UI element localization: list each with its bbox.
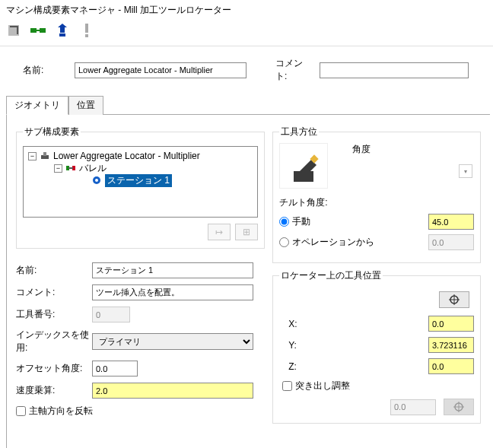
toolbar-icon-2[interactable] bbox=[30, 23, 46, 38]
tree-root-label: Lower Aggregate Locator - Multiplier bbox=[53, 151, 200, 161]
y-label: Y: bbox=[288, 340, 310, 351]
tilt-angle-label: チルト角度: bbox=[279, 196, 474, 209]
station-name-label: 名前: bbox=[16, 264, 92, 277]
index-select[interactable]: プライマリ bbox=[92, 333, 253, 350]
header-row: 名前: コメント: bbox=[0, 57, 493, 95]
protrusion-pick-button bbox=[444, 399, 474, 415]
tabs: ジオメトリ 位置 サブ構成要素 − Lower Aggregate Locato… bbox=[6, 95, 493, 448]
svg-rect-6 bbox=[85, 34, 88, 37]
tab-position[interactable]: 位置 bbox=[68, 96, 103, 115]
svg-rect-2 bbox=[40, 28, 46, 33]
tree-expander-icon[interactable]: − bbox=[28, 152, 37, 160]
barrel-icon bbox=[65, 163, 76, 173]
tilt-manual-input[interactable] bbox=[428, 214, 474, 230]
angle-dropdown[interactable]: ▾ bbox=[459, 164, 472, 178]
pick-position-button[interactable] bbox=[439, 291, 469, 308]
index-label: インデックスを使用: bbox=[16, 329, 92, 354]
locator-icon bbox=[40, 151, 50, 161]
tilt-op-radio-input[interactable] bbox=[279, 237, 289, 247]
tilt-op-label: オペレーションから bbox=[292, 236, 374, 249]
reverse-spindle-checkbox[interactable] bbox=[16, 406, 26, 416]
protrusion-checkbox[interactable] bbox=[282, 381, 292, 391]
tool-position-legend: ロケーター上の工具位置 bbox=[279, 269, 383, 282]
toolbar-icon-3[interactable] bbox=[55, 23, 70, 38]
svg-rect-11 bbox=[68, 167, 73, 169]
toolno-label: 工具番号: bbox=[16, 308, 92, 321]
x-input[interactable] bbox=[428, 316, 474, 332]
toolbar-icon-1[interactable] bbox=[6, 23, 21, 38]
target-icon bbox=[449, 294, 460, 305]
window-title: マシン構成要素マネージャ - Mill 加工ツールロケーター bbox=[0, 0, 493, 17]
toolbar-icon-warn[interactable] bbox=[79, 23, 94, 38]
name-input[interactable] bbox=[75, 62, 247, 78]
tree-root[interactable]: − Lower Aggregate Locator - Multiplier bbox=[28, 150, 253, 162]
speedmul-label: 速度乗算: bbox=[16, 384, 92, 397]
station-name-input[interactable] bbox=[92, 262, 253, 278]
tool-orientation-legend: 工具方位 bbox=[279, 126, 319, 138]
tree-station[interactable]: ステーション 1 bbox=[28, 174, 253, 186]
protrusion-check[interactable]: 突き出し調整 bbox=[282, 380, 474, 392]
svg-point-13 bbox=[95, 179, 98, 182]
target-icon bbox=[453, 402, 464, 412]
station-comment-label: コメント: bbox=[16, 286, 92, 299]
angle-label: 角度 bbox=[352, 143, 474, 156]
tree-action-2: ⊞ bbox=[235, 224, 258, 240]
tree-action-1: ↦ bbox=[208, 224, 231, 240]
station-form: 名前: コメント: 工具番号: インデックスを使用: プライマリ bbox=[16, 262, 265, 418]
comment-label: コメント: bbox=[275, 57, 313, 83]
subcomponents-legend: サブ構成要素 bbox=[23, 126, 81, 138]
svg-rect-5 bbox=[85, 24, 88, 33]
speedmul-input[interactable] bbox=[92, 383, 253, 399]
tree-station-label: ステーション 1 bbox=[105, 174, 172, 187]
station-icon bbox=[91, 175, 102, 186]
svg-rect-4 bbox=[59, 33, 65, 37]
comment-input[interactable] bbox=[320, 62, 469, 78]
protrusion-label: 突き出し調整 bbox=[295, 380, 350, 392]
protrusion-input bbox=[390, 399, 436, 415]
tab-geometry[interactable]: ジオメトリ bbox=[6, 96, 68, 115]
tool-position-group: ロケーター上の工具位置 X: Y: Z: bbox=[272, 269, 481, 424]
station-comment-input[interactable] bbox=[92, 284, 253, 300]
offset-input[interactable] bbox=[92, 361, 138, 377]
tilt-op-radio[interactable]: オペレーションから bbox=[279, 236, 374, 249]
tilt-manual-label: 手動 bbox=[292, 215, 310, 228]
svg-rect-3 bbox=[36, 30, 40, 31]
tool-orientation-group: 工具方位 角度 ▾ チルト角度: bbox=[272, 126, 481, 263]
name-label: 名前: bbox=[23, 64, 68, 77]
tree-barrel-label: バレル bbox=[79, 162, 107, 175]
subcomponents-group: サブ構成要素 − Lower Aggregate Locator - Multi… bbox=[16, 126, 265, 249]
z-label: Z: bbox=[288, 361, 310, 372]
x-label: X: bbox=[288, 319, 310, 329]
tilt-manual-radio-input[interactable] bbox=[279, 217, 289, 227]
y-input[interactable] bbox=[428, 337, 474, 353]
toolbar bbox=[0, 17, 493, 46]
toolno-input bbox=[92, 307, 130, 322]
component-tree[interactable]: − Lower Aggregate Locator - Multiplier −… bbox=[23, 146, 258, 218]
svg-rect-1 bbox=[30, 28, 37, 33]
tree-expander-icon[interactable]: − bbox=[54, 164, 62, 173]
tilt-op-input bbox=[428, 234, 474, 250]
reverse-spindle-label: 主軸方向を反転 bbox=[29, 405, 93, 418]
reverse-spindle-check[interactable]: 主軸方向を反転 bbox=[16, 405, 265, 418]
orientation-preview bbox=[279, 143, 328, 189]
svg-rect-8 bbox=[43, 152, 46, 156]
tree-barrel[interactable]: − バレル bbox=[28, 162, 253, 174]
z-input[interactable] bbox=[428, 358, 474, 374]
offset-label: オフセット角度: bbox=[16, 362, 92, 375]
tilt-manual-radio[interactable]: 手動 bbox=[279, 215, 310, 228]
